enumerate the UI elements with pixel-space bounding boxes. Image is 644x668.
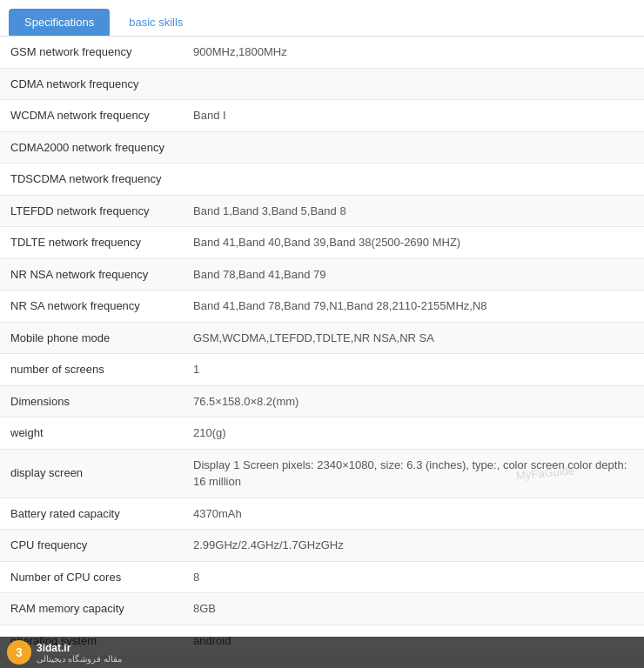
- footer-logo-bar: 3 3idat.ir مقاله فروشگاه دیجیتالی: [0, 637, 644, 668]
- spec-value: [183, 68, 644, 100]
- spec-value: [183, 164, 644, 196]
- spec-label: NR SA network frequency: [0, 291, 183, 323]
- table-row: RAM memory capacity8GB: [0, 593, 644, 625]
- spec-value: Band 78,Band 41,Band 79: [183, 258, 644, 291]
- footer-text: 3idat.ir مقاله فروشگاه دیجیتالی: [37, 642, 122, 664]
- spec-value: 210(g): [183, 418, 644, 450]
- table-row: TDLTE network frequencyBand 41,Band 40,B…: [0, 227, 644, 259]
- footer-logo-circle: 3: [7, 640, 31, 665]
- spec-label: CDMA network frequency: [0, 68, 183, 100]
- spec-label: Number of CPU cores: [0, 561, 183, 593]
- spec-value: Display 1 Screen pixels: 2340×1080, size…: [183, 449, 644, 498]
- table-row: CPU frequency2.99GHz/2.4GHz/1.7GHzGHz: [0, 530, 644, 562]
- table-row: CDMA2000 network frequency: [0, 131, 644, 164]
- table-row: Dimensions76.5×158.0×8.2(mm): [0, 385, 644, 418]
- spec-label: number of screens: [0, 354, 183, 386]
- tab-specifications[interactable]: Specifications: [9, 9, 110, 36]
- spec-value: 4370mAh: [183, 498, 644, 530]
- spec-value: 2.99GHz/2.4GHz/1.7GHzGHz: [183, 530, 644, 562]
- spec-value: GSM,WCDMA,LTEFDD,TDLTE,NR NSA,NR SA: [183, 322, 644, 354]
- spec-label: NR NSA network frequency: [0, 258, 183, 291]
- table-row: TDSCDMA network frequency: [0, 164, 644, 196]
- spec-value: 1: [183, 354, 644, 386]
- table-row: number of screens1: [0, 354, 644, 386]
- table-row: Battery rated capacity4370mAh: [0, 498, 644, 530]
- spec-label: LTEFDD network frequency: [0, 195, 183, 227]
- table-row: LTEFDD network frequencyBand 1,Band 3,Ba…: [0, 195, 644, 227]
- spec-label: CDMA2000 network frequency: [0, 131, 183, 164]
- spec-value: Band I: [183, 100, 644, 132]
- spec-label: weight: [0, 418, 183, 450]
- tab-basic-skills[interactable]: basic skills: [113, 9, 198, 36]
- tabs-bar: Specificationsbasic skills: [0, 0, 644, 37]
- spec-value: 900MHz,1800MHz: [183, 37, 644, 68]
- table-row: WCDMA network frequencyBand I: [0, 100, 644, 132]
- spec-label: TDSCDMA network frequency: [0, 164, 183, 196]
- spec-value: 8GB: [183, 593, 644, 625]
- table-row: weight210(g): [0, 418, 644, 450]
- spec-value: Band 41,Band 78,Band 79,N1,Band 28,2110-…: [183, 291, 644, 323]
- spec-label: Mobile phone mode: [0, 322, 183, 354]
- table-row: display screenDisplay 1 Screen pixels: 2…: [0, 449, 644, 498]
- table-row: NR SA network frequencyBand 41,Band 78,B…: [0, 291, 644, 323]
- spec-label: RAM memory capacity: [0, 593, 183, 625]
- table-row: NR NSA network frequencyBand 78,Band 41,…: [0, 258, 644, 291]
- spec-label: display screen: [0, 449, 183, 498]
- table-row: GSM network frequency900MHz,1800MHz: [0, 37, 644, 68]
- spec-value: 8: [183, 561, 644, 593]
- spec-value: Band 41,Band 40,Band 39,Band 38(2500-269…: [183, 227, 644, 259]
- spec-value: 76.5×158.0×8.2(mm): [183, 385, 644, 418]
- specs-table: GSM network frequency900MHz,1800MHzCDMA …: [0, 37, 644, 668]
- spec-label: WCDMA network frequency: [0, 100, 183, 132]
- spec-label: CPU frequency: [0, 530, 183, 562]
- spec-label: GSM network frequency: [0, 37, 183, 68]
- table-row: CDMA network frequency: [0, 68, 644, 100]
- table-row: Number of CPU cores8: [0, 561, 644, 593]
- footer-site-name: 3idat.ir: [37, 642, 122, 654]
- spec-value: [183, 131, 644, 164]
- spec-value: Band 1,Band 3,Band 5,Band 8: [183, 195, 644, 227]
- spec-label: Battery rated capacity: [0, 498, 183, 530]
- spec-label: TDLTE network frequency: [0, 227, 183, 259]
- footer-description: مقاله فروشگاه دیجیتالی: [37, 654, 122, 664]
- table-row: Mobile phone modeGSM,WCDMA,LTEFDD,TDLTE,…: [0, 322, 644, 354]
- spec-label: Dimensions: [0, 385, 183, 418]
